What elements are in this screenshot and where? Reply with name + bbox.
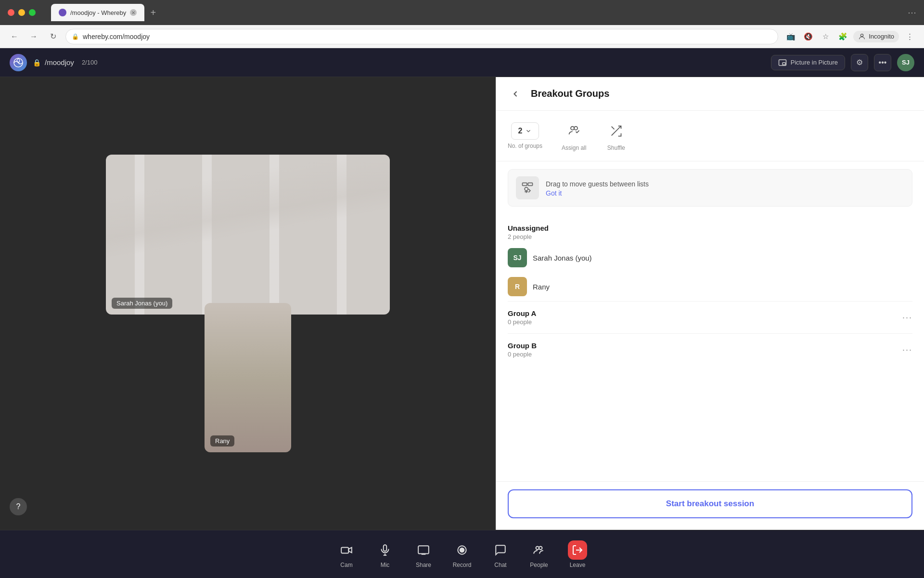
user-avatar: SJ xyxy=(897,54,914,71)
star-button[interactable]: ☆ xyxy=(819,30,832,43)
people-label: People xyxy=(530,562,548,568)
expand-button[interactable]: ⋯ xyxy=(908,7,916,18)
reload-button[interactable]: ↻ xyxy=(46,30,60,43)
tab-bar: /moodjoy - Whereby ✕ + xyxy=(51,4,160,21)
svg-rect-7 xyxy=(528,183,532,186)
cam-icon xyxy=(337,540,356,560)
svg-rect-6 xyxy=(523,183,527,186)
minimize-window-button[interactable] xyxy=(18,9,25,16)
incognito-label: Incognito xyxy=(869,33,894,40)
toolbar-actions: 📺 🔇 ☆ 🧩 Incognito ⋮ xyxy=(784,30,916,43)
record-button[interactable]: Record xyxy=(445,537,479,572)
new-tab-button[interactable]: + xyxy=(146,6,160,19)
group-a-more-button[interactable]: ··· xyxy=(902,313,912,323)
extension-button[interactable]: 🧩 xyxy=(836,30,849,43)
group-a-title: Group A xyxy=(508,309,536,317)
leave-icon xyxy=(568,540,587,560)
participant-name-r: Rany xyxy=(533,283,550,291)
cam-label: Cam xyxy=(340,562,352,568)
assign-all-control[interactable]: Assign all xyxy=(562,120,586,151)
forward-button[interactable]: → xyxy=(27,30,40,43)
settings-button[interactable]: ⚙ xyxy=(851,54,868,71)
maximize-window-button[interactable] xyxy=(29,9,36,16)
title-bar: /moodjoy - Whereby ✕ + ⋯ xyxy=(0,0,924,25)
mic-label: Mic xyxy=(381,562,390,568)
group-count-value: 2 xyxy=(518,127,523,135)
chat-icon xyxy=(491,540,510,560)
participants-section: Unassigned 2 people SJ Sarah Jonas (you)… xyxy=(496,214,924,481)
svg-point-4 xyxy=(571,127,574,130)
group-b-section: Group B 0 people ··· xyxy=(508,333,912,366)
secondary-video: Rany xyxy=(205,303,291,452)
mic-button[interactable]: Mic xyxy=(368,537,402,572)
traffic-lights xyxy=(8,9,36,16)
bottom-toolbar: Cam Mic Share xyxy=(0,530,924,578)
people-button[interactable]: People xyxy=(522,537,556,572)
participant-item-r: R Rany xyxy=(508,272,912,301)
breakout-panel: Breakout Groups 2 No. of groups xyxy=(496,77,924,530)
participant-item-sj: SJ Sarah Jonas (you) xyxy=(508,243,912,272)
group-count-button[interactable]: 2 xyxy=(511,122,539,140)
main-video: Sarah Jonas (you) xyxy=(106,155,390,315)
group-b-header: Group B 0 people ··· xyxy=(508,340,912,360)
participant-name-sj: Sarah Jonas (you) xyxy=(533,254,592,262)
leave-button[interactable]: Leave xyxy=(560,537,595,572)
active-tab[interactable]: /moodjoy - Whereby ✕ xyxy=(51,4,144,21)
group-a-count: 0 people xyxy=(508,318,536,326)
got-it-button[interactable]: Got it xyxy=(546,189,649,197)
drag-hint-text: Drag to move guests between lists xyxy=(546,179,649,189)
shuffle-control[interactable]: Shuffle xyxy=(605,120,627,151)
start-breakout-button[interactable]: Start breakout session xyxy=(508,489,912,518)
back-button[interactable]: ← xyxy=(8,30,21,43)
start-btn-container: Start breakout session xyxy=(496,481,924,530)
leave-label: Leave xyxy=(570,562,586,568)
room-info: 🔒 /moodjoy 2/100 xyxy=(33,58,771,66)
back-button[interactable] xyxy=(508,86,523,102)
chat-label: Chat xyxy=(494,562,506,568)
svg-point-0 xyxy=(861,34,863,36)
more-options-button[interactable]: ••• xyxy=(874,54,891,71)
app-container: 🔒 /moodjoy 2/100 Picture in Picture ⚙ ••… xyxy=(0,48,924,578)
lock-icon: 🔒 xyxy=(72,33,79,40)
url-text: whereby.com/moodjoy xyxy=(83,33,150,40)
participant-count: 2/100 xyxy=(82,59,98,66)
unassigned-title: Unassigned xyxy=(508,224,549,232)
more-menu-button[interactable]: ⋮ xyxy=(903,30,916,43)
chat-button[interactable]: Chat xyxy=(483,537,518,572)
main-content: Sarah Jonas (you) Rany ? Breakout Groups xyxy=(0,77,924,530)
mute-button[interactable]: 🔇 xyxy=(801,30,815,43)
group-b-count: 0 people xyxy=(508,351,537,358)
secondary-video-label: Rany xyxy=(210,435,234,447)
help-button[interactable]: ? xyxy=(10,498,27,515)
room-name: /moodjoy xyxy=(45,58,74,66)
cast-button[interactable]: 📺 xyxy=(784,30,797,43)
browser-toolbar: ← → ↻ 🔒 whereby.com/moodjoy 📺 🔇 ☆ 🧩 Inco… xyxy=(0,25,924,48)
svg-rect-10 xyxy=(384,545,387,551)
svg-point-8 xyxy=(525,187,528,191)
browser-chrome: /moodjoy - Whereby ✕ + ⋯ ← → ↻ 🔒 whereby… xyxy=(0,0,924,48)
address-bar[interactable]: 🔒 whereby.com/moodjoy xyxy=(65,29,778,44)
assign-all-label: Assign all xyxy=(562,144,586,151)
main-video-label: Sarah Jonas (you) xyxy=(112,298,172,309)
tab-close-button[interactable]: ✕ xyxy=(130,9,137,16)
people-icon xyxy=(529,540,549,560)
participant-avatar-sj: SJ xyxy=(508,248,527,267)
svg-point-15 xyxy=(539,546,542,550)
svg-point-13 xyxy=(460,548,464,552)
incognito-badge: Incognito xyxy=(853,31,899,42)
cam-button[interactable]: Cam xyxy=(329,537,364,572)
header-actions: Picture in Picture ⚙ ••• SJ xyxy=(771,54,914,71)
svg-rect-11 xyxy=(418,546,429,553)
tab-title: /moodjoy - Whereby xyxy=(70,9,126,16)
pip-label: Picture in Picture xyxy=(791,59,838,66)
share-label: Share xyxy=(416,562,431,568)
share-button[interactable]: Share xyxy=(406,537,441,572)
shuffle-icon xyxy=(605,120,627,142)
group-b-more-button[interactable]: ··· xyxy=(902,345,912,355)
close-window-button[interactable] xyxy=(8,9,14,16)
pip-button[interactable]: Picture in Picture xyxy=(771,55,845,70)
breakout-controls: 2 No. of groups xyxy=(496,111,924,161)
app-logo xyxy=(10,54,27,71)
svg-rect-3 xyxy=(783,63,785,65)
app-header: 🔒 /moodjoy 2/100 Picture in Picture ⚙ ••… xyxy=(0,48,924,77)
